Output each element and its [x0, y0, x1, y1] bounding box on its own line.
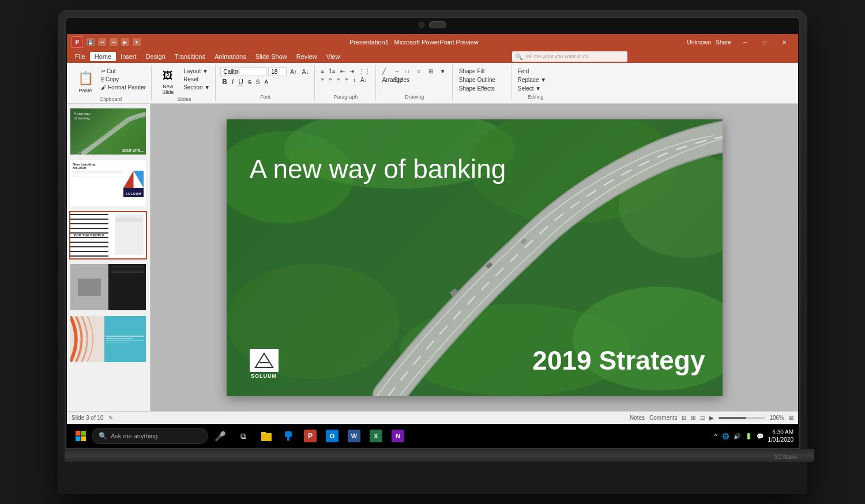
comments-button[interactable]: Comments [649, 415, 677, 421]
menu-view[interactable]: View [322, 52, 345, 61]
line-tool[interactable]: ╱ [381, 67, 391, 75]
notification-icon[interactable]: 💬 [757, 433, 764, 439]
fit-slide-icon[interactable]: ⊠ [789, 415, 793, 421]
notes-button[interactable]: Notes [630, 415, 645, 421]
slide-canvas[interactable]: A new way of banking SOL [151, 104, 798, 411]
font-size-input[interactable]: 18 [268, 67, 287, 76]
slide-thumb-1[interactable]: A new wayof banking 2019 Stra... [69, 107, 147, 156]
menu-review[interactable]: Review [292, 52, 322, 61]
font-color-button[interactable]: A [263, 78, 272, 86]
zoom-slider[interactable] [719, 417, 765, 419]
decrease-indent[interactable]: ⇤ [339, 67, 347, 75]
redo-icon[interactable]: ↪ [110, 38, 118, 46]
justify[interactable]: ≡ [343, 76, 350, 84]
clipboard-col: ✂ Cut ⎘ Copy 🖌 Format P [99, 67, 148, 91]
strikethrough-button[interactable]: S̶ [246, 78, 253, 86]
new-slide-button[interactable]: 🖼 NewSlide [156, 67, 179, 96]
select-button[interactable]: Select ▼ [516, 85, 543, 92]
increase-indent[interactable]: ⇥ [348, 67, 356, 75]
taskbar-word[interactable]: W [344, 426, 364, 446]
restore-button[interactable]: □ [755, 36, 774, 48]
taskbar-task-view[interactable]: ⧉ [233, 426, 254, 446]
format-painter-button[interactable]: 🖌 Format Painter [99, 84, 148, 91]
taskbar-excel[interactable]: X [366, 426, 386, 446]
shape-outline-button[interactable]: Shape Outline [457, 76, 497, 84]
menu-insert[interactable]: Insert [116, 52, 141, 61]
copy-button[interactable]: ⎘ Copy [99, 76, 148, 83]
slide-sorter-icon[interactable]: ⊞ [691, 415, 695, 421]
normal-view-icon[interactable]: ⊟ [682, 415, 686, 421]
line-spacing[interactable]: ↕ [351, 76, 358, 84]
cut-button[interactable]: ✂ Cut [99, 67, 148, 75]
menu-transitions[interactable]: Transitions [170, 52, 210, 61]
section-button[interactable]: Section ▼ [182, 84, 212, 91]
arrow-tool[interactable]: → [392, 67, 403, 75]
reading-view-icon[interactable]: ⊡ [700, 415, 705, 421]
paste-button[interactable]: 📋 Paste [74, 67, 97, 96]
reset-button[interactable]: Reset [182, 76, 212, 83]
save-icon[interactable]: 💾 [86, 38, 95, 46]
taskbar-onenote[interactable]: N [388, 426, 408, 446]
taskbar-powerpoint[interactable]: P [300, 426, 321, 446]
align-left[interactable]: ≡ [319, 76, 326, 84]
share-button[interactable]: Share [716, 39, 731, 46]
slide-thumb-4[interactable] [69, 263, 147, 311]
slideshow-icon[interactable]: ▶ [709, 415, 714, 421]
quick-styles-button[interactable]: Styles [392, 76, 403, 84]
layout-button[interactable]: Layout ▼ [182, 67, 212, 75]
slide-thumb-5[interactable] [69, 315, 147, 363]
arrange-button[interactable]: Arrange [381, 76, 391, 84]
menu-design[interactable]: Design [141, 52, 170, 61]
columns-button[interactable]: ⋮⋮ [357, 67, 372, 75]
replace-button[interactable]: Replace ▼ [516, 76, 548, 84]
tray-up-arrow[interactable]: ^ [714, 433, 717, 439]
slide-thumb-2[interactable]: New brandingfor 2019 [69, 159, 147, 208]
find-button[interactable]: Find [516, 67, 531, 75]
underline-button[interactable]: U [236, 77, 245, 86]
font-size-down[interactable]: A↓ [300, 68, 311, 76]
undo-icon[interactable]: ↩ [98, 38, 106, 46]
edit-icon[interactable]: ✎ [108, 415, 113, 421]
main-slide[interactable]: A new way of banking SOL [227, 119, 723, 396]
bullets-button[interactable]: ≡ [319, 67, 326, 75]
taskbar-pin[interactable] [278, 426, 299, 446]
align-center[interactable]: ≡ [327, 76, 334, 84]
menu-animations[interactable]: Animations [210, 52, 250, 61]
font-family-dropdown[interactable]: Calibri [220, 67, 266, 76]
editing-content: Find Replace ▼ Select ▼ [516, 65, 555, 94]
slide-logo: SOLUUM [250, 349, 279, 379]
network-icon[interactable]: 🌐 [722, 433, 729, 439]
taskbar-mic[interactable]: 🎤 [210, 426, 231, 446]
battery-icon[interactable]: 🔋 [745, 433, 752, 439]
shapes-scroll[interactable]: ▼ [438, 67, 449, 75]
search-icon: 🔍 [516, 54, 522, 60]
start-button[interactable] [72, 427, 90, 445]
font-size-up[interactable]: A↑ [288, 68, 299, 76]
taskbar-file-explorer[interactable] [256, 426, 277, 446]
volume-icon[interactable]: 🔊 [734, 433, 740, 439]
present-icon[interactable]: ▶ [121, 38, 129, 46]
align-right[interactable]: ≡ [335, 76, 342, 84]
numbering-button[interactable]: 1≡ [327, 67, 337, 75]
taskbar-outlook[interactable]: O [322, 426, 343, 446]
clock[interactable]: 6:30 AM 1/01/2020 [768, 428, 794, 443]
shadow-button[interactable]: S [254, 78, 262, 86]
slide-thumb-3[interactable]: FOR THE PEOPLE [69, 211, 147, 259]
italic-button[interactable]: I [230, 77, 235, 86]
rect-tool[interactable]: □ [404, 67, 414, 75]
oval-tool[interactable]: ○ [415, 67, 426, 75]
bold-button[interactable]: B [220, 77, 229, 86]
minimize-button[interactable]: ─ [736, 36, 754, 48]
more-shapes[interactable]: ⊞ [427, 67, 437, 75]
shape-fill-button[interactable]: Shape Fill [457, 67, 486, 75]
shape-effects-button[interactable]: Shape Effects [457, 85, 497, 92]
menu-file[interactable]: File [70, 52, 90, 61]
taskbar-search[interactable]: 🔍 Ask me anything [92, 428, 208, 444]
search-box[interactable]: 🔍 Tell me what you want to do... [512, 51, 627, 62]
customize-icon[interactable]: ▼ [133, 38, 141, 46]
menu-home[interactable]: Home [90, 52, 116, 61]
menu-slideshow[interactable]: Slide Show [251, 52, 292, 61]
menu-bar: File Home Insert Design Transitions Anim… [67, 50, 798, 63]
text-direction[interactable]: A↓ [359, 76, 369, 84]
close-button[interactable]: ✕ [775, 36, 793, 48]
